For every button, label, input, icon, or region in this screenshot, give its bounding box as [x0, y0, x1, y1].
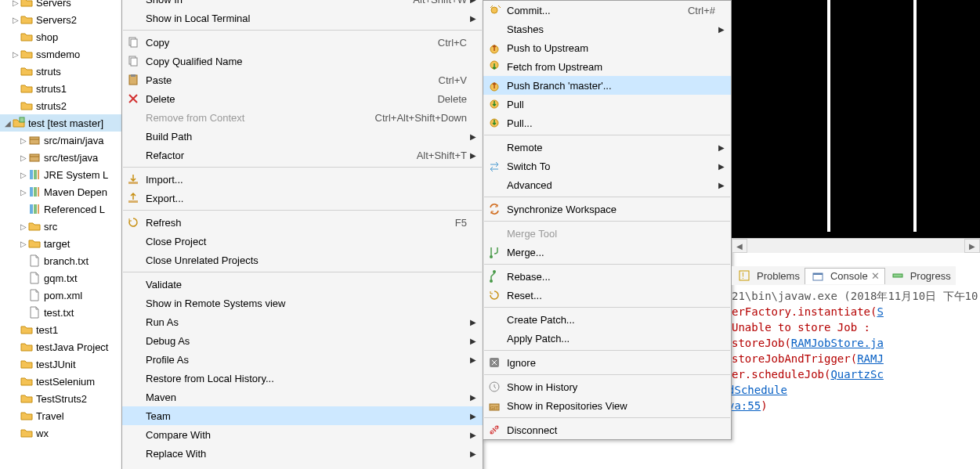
tree-item[interactable]: gqm.txt [0, 269, 125, 287]
tree-item[interactable]: Travel [0, 407, 125, 424]
tree-item[interactable]: TestStruts2 [0, 390, 125, 407]
menu-item[interactable]: Push Branch 'master'... [483, 76, 731, 95]
tree-item[interactable]: ◢test [test master] [0, 114, 125, 132]
menu-item[interactable]: Team▶ [122, 406, 483, 425]
tree-item[interactable]: ▷JRE System L [0, 166, 125, 183]
tree-item[interactable]: ▷Servers [0, 0, 125, 11]
menu-item[interactable]: Close Project [122, 232, 483, 251]
context-menu[interactable]: Show InAlt+Shift+W▶Show in Local Termina… [121, 0, 483, 469]
tree-item[interactable]: ▷Servers2 [0, 11, 125, 28]
menu-item[interactable]: Stashes▶ [483, 20, 731, 38]
menu-item[interactable]: Maven▶ [122, 388, 483, 406]
menu-item[interactable]: Show in History [483, 377, 731, 396]
exp-icders-icon[interactable]: ▷ [11, 16, 20, 24]
menu-item[interactable]: Pull [483, 95, 731, 114]
tree-item[interactable]: wx [0, 424, 125, 442]
menu-item[interactable]: Advanced▶ [483, 175, 731, 194]
tree-item[interactable]: Referenced L [0, 200, 125, 218]
menu-item[interactable]: Compare With▶ [122, 425, 483, 444]
tree-item[interactable]: ▷Maven Depen [0, 183, 125, 200]
tree-item[interactable]: ▷src/test/java [0, 149, 125, 166]
menu-item[interactable]: Copy Qualified Name [122, 52, 483, 70]
menu-item[interactable]: Remote▶ [483, 138, 731, 157]
tree-item[interactable]: testJUnit [0, 355, 125, 373]
tree-item[interactable]: ▷src [0, 218, 125, 235]
menu-item[interactable]: Import... [122, 170, 483, 189]
menu-item[interactable]: Close Unrelated Projects [122, 251, 483, 269]
menu-item[interactable]: Validate [122, 275, 483, 294]
tree-item[interactable]: ▷target [0, 235, 125, 252]
menu-item[interactable]: Restore from Local History... [122, 369, 483, 388]
paste-icon [125, 74, 141, 86]
menu-item[interactable]: Reset... [483, 286, 731, 305]
team-submenu[interactable]: Commit...Ctrl+#Stashes▶Push to UpstreamF… [483, 0, 732, 440]
menu-separator [484, 221, 730, 222]
menu-item[interactable]: CopyCtrl+C [122, 33, 483, 52]
exp-icders-icon[interactable]: ▷ [19, 136, 28, 145]
srcf-icon [28, 237, 41, 250]
menu-item[interactable]: Replace With▶ [122, 444, 483, 463]
menu-item[interactable]: Show in Remote Systems view [122, 294, 483, 312]
exp-icders-icon[interactable]: ▷ [19, 222, 28, 231]
tree-item[interactable]: test.txt [0, 304, 125, 321]
menu-item-shortcut: Ctrl+V [439, 74, 467, 86]
project-explorer-tree[interactable]: ▷Servers▷Servers2shop▷ssmdemostrutsstrut… [0, 0, 125, 469]
menu-item[interactable]: Switch To▶ [483, 157, 731, 175]
svg-rect-18 [128, 182, 138, 184]
menu-item[interactable]: RefreshF5 [122, 213, 483, 232]
tree-item[interactable]: test1 [0, 321, 125, 338]
tree-item[interactable]: testSelenium [0, 373, 125, 390]
menu-item[interactable]: Create Patch... [483, 310, 731, 329]
tree-item[interactable]: shop [0, 28, 125, 45]
close-tab-icon[interactable]: ✕ [871, 270, 880, 282]
menu-item[interactable]: Build Path▶ [122, 127, 483, 146]
menu-item[interactable]: Disconnect [483, 420, 731, 439]
menu-item[interactable]: Run As▶ [122, 312, 483, 331]
tree-item[interactable]: pom.xml [0, 287, 125, 304]
scroll-right-icon[interactable]: ▶ [964, 239, 980, 253]
scroll-left-icon[interactable]: ◀ [732, 239, 747, 253]
menu-item[interactable]: Debug As▶ [122, 331, 483, 350]
tab-problems[interactable]: ! Problems [732, 268, 805, 283]
exp-icders-icon[interactable]: ◢ [3, 119, 13, 128]
tree-item[interactable]: ▷src/main/java [0, 132, 125, 149]
tab-console[interactable]: Console ✕ [805, 268, 885, 284]
editor-hscroll[interactable]: ◀ ▶ [732, 238, 980, 253]
bottom-view-tabs[interactable]: ! Problems Console ✕ Progress [732, 266, 956, 285]
menu-item[interactable]: Merge... [483, 243, 731, 262]
exp-icders-icon[interactable]: ▷ [19, 171, 28, 179]
blank-icon [125, 316, 141, 328]
menu-item[interactable]: Push to Upstream [483, 38, 731, 57]
menu-item[interactable]: Export... [122, 189, 483, 207]
menu-item[interactable]: PasteCtrl+V [122, 70, 483, 89]
tree-item[interactable]: branch.txt [0, 252, 125, 269]
menu-item[interactable]: RefactorAlt+Shift+T▶ [122, 146, 483, 164]
menu-item[interactable]: Pull... [483, 114, 731, 132]
menu-item[interactable]: Rebase... [483, 267, 731, 286]
menu-item[interactable]: Fetch from Upstream [483, 57, 731, 76]
menu-item[interactable]: Configure▶ [122, 463, 483, 469]
menu-item[interactable]: Profile As▶ [122, 350, 483, 369]
menu-item[interactable]: Synchronize Workspace [483, 200, 731, 218]
exp-icders-icon[interactable]: ▷ [19, 153, 28, 162]
menu-item[interactable]: Apply Patch... [483, 329, 731, 348]
tree-item[interactable]: struts2 [0, 97, 125, 114]
menu-item[interactable]: Show in Local Terminal▶ [122, 9, 483, 27]
menu-item[interactable]: GITShow in Repositories View [483, 396, 731, 415]
exp-icders-icon[interactable]: ▷ [11, 50, 20, 59]
tree-item-label: JRE System L [42, 169, 108, 181]
menu-item[interactable]: Show InAlt+Shift+W▶ [122, 0, 483, 9]
del-icon [125, 92, 141, 105]
tree-item[interactable]: struts [0, 63, 125, 80]
tab-progress[interactable]: Progress [885, 268, 956, 283]
menu-item[interactable]: Commit...Ctrl+# [483, 1, 731, 20]
menu-item[interactable]: DeleteDelete [122, 89, 483, 108]
menu-item[interactable]: Ignore [483, 353, 731, 372]
tree-item[interactable]: testJava Project [0, 338, 125, 355]
exp-icders-icon[interactable]: ▷ [19, 240, 28, 248]
blank-icon [486, 313, 502, 326]
tree-item[interactable]: ▷ssmdemo [0, 45, 125, 63]
exp-icders-icon[interactable]: ▷ [11, 0, 20, 7]
exp-icders-icon[interactable]: ▷ [19, 188, 28, 197]
tree-item[interactable]: struts1 [0, 80, 125, 97]
